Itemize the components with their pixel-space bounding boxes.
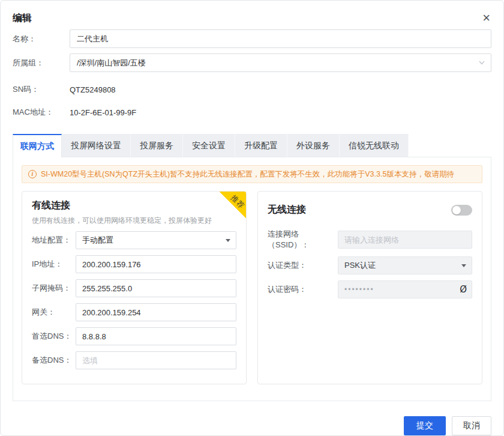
name-label: 名称： [13, 34, 70, 44]
ssid-row: 连接网络（SSID）： [268, 229, 472, 250]
network-mode-panel: i SI-WM20型号主机(SN为QTZ开头主机)暂不支持此无线连接配置，配置下… [13, 157, 491, 401]
auth-type-select[interactable] [338, 256, 472, 274]
password-label: 认证密码： [268, 284, 338, 295]
auth-type-label: 认证类型： [268, 260, 338, 271]
auth-type-row: 认证类型： [268, 256, 472, 274]
caret-down-icon [461, 264, 466, 267]
name-input[interactable] [70, 29, 491, 48]
password-input[interactable] [338, 280, 472, 298]
tab-network-mode[interactable]: 联网方式 [13, 134, 62, 157]
mac-label: MAC地址： [13, 107, 70, 118]
recommended-ribbon: 推荐 [220, 192, 246, 218]
eye-off-icon[interactable]: Ø [460, 284, 467, 295]
ip-label: IP地址： [32, 259, 76, 270]
addr-mode-select[interactable] [76, 231, 236, 249]
sn-field-row: SN码： QTZ5249808 [13, 78, 491, 101]
group-label: 所属组： [13, 58, 70, 68]
cancel-button[interactable]: 取消 [452, 416, 491, 435]
ip-input[interactable] [76, 255, 236, 273]
tab-peripheral-service[interactable]: 外设服务 [287, 134, 340, 157]
subnet-mask-input[interactable] [76, 279, 236, 297]
group-select[interactable] [70, 53, 491, 72]
gateway-input[interactable] [76, 303, 236, 321]
addr-mode-select-value[interactable] [76, 231, 236, 249]
settings-tabs: 联网方式 投屏网络设置 投屏服务 安全设置 升级配置 外设服务 信锐无线联动 [13, 134, 491, 157]
connection-panels: 推荐 有线连接 使用有线连接，可以使用网络环境更稳定，投屏体验更好 地址配置： … [22, 191, 482, 384]
tab-cast-service[interactable]: 投屏服务 [131, 134, 183, 157]
tab-security-settings[interactable]: 安全设置 [183, 134, 235, 157]
primary-dns-input[interactable] [76, 327, 236, 345]
ssid-input[interactable] [338, 231, 472, 249]
wired-title: 有线连接 [32, 199, 236, 212]
tab-sundray-wireless-linkage[interactable]: 信锐无线联动 [340, 134, 409, 157]
secondary-dns-input[interactable] [76, 351, 236, 369]
warning-banner-text: SI-WM20型号主机(SN为QTZ开头主机)暂不支持此无线连接配置，配置下发将… [41, 169, 454, 180]
mask-label: 子网掩码： [32, 283, 76, 294]
group-select-value[interactable] [70, 53, 491, 72]
dns2-label: 备选DNS： [32, 355, 76, 366]
auth-type-select-value[interactable] [338, 256, 472, 274]
chevron-down-icon [478, 59, 485, 66]
password-row: 认证密码： Ø [268, 280, 472, 298]
addr-mode-label: 地址配置： [32, 235, 76, 246]
sn-label: SN码： [13, 84, 70, 95]
tab-cast-network-settings[interactable]: 投屏网络设置 [62, 134, 131, 157]
gateway-label: 网关： [32, 307, 76, 318]
addr-mode-row: 地址配置： [32, 231, 236, 249]
wireless-toggle-knob [452, 206, 461, 214]
mask-row: 子网掩码： [32, 279, 236, 297]
caret-down-icon [226, 239, 230, 242]
wireless-title: 无线连接 [268, 204, 306, 216]
warning-banner: i SI-WM20型号主机(SN为QTZ开头主机)暂不支持此无线连接配置，配置下… [22, 165, 482, 183]
ip-row: IP地址： [32, 255, 236, 273]
wireless-connection-card: 无线连接 连接网络（SSID）： 认证类型： [257, 191, 482, 384]
dialog-title: 编辑 [13, 12, 32, 25]
dns1-label: 首选DNS： [32, 331, 76, 342]
dialog-header: 编辑 × [1, 1, 503, 27]
wired-subtitle: 使用有线连接，可以使用网络环境更稳定，投屏体验更好 [32, 216, 236, 226]
dns1-row: 首选DNS： [32, 327, 236, 345]
gateway-row: 网关： [32, 303, 236, 321]
dns2-row: 备选DNS： [32, 351, 236, 369]
group-field-row: 所属组： [13, 53, 491, 72]
close-icon[interactable]: × [482, 12, 490, 24]
sn-value: QTZ5249808 [70, 85, 116, 94]
tab-upgrade-config[interactable]: 升级配置 [235, 134, 287, 157]
wireless-header: 无线连接 [268, 204, 472, 216]
wireless-toggle[interactable] [451, 205, 472, 216]
wired-connection-card: 推荐 有线连接 使用有线连接，可以使用网络环境更稳定，投屏体验更好 地址配置： … [22, 191, 247, 384]
mac-field-row: MAC地址： 10-2F-6E-01-99-9F [13, 101, 491, 124]
info-circle-icon: i [28, 170, 37, 178]
ssid-label: 连接网络（SSID）： [268, 229, 338, 250]
mac-value: 10-2F-6E-01-99-9F [70, 108, 136, 117]
name-field-row: 名称： [13, 29, 491, 48]
edit-device-dialog: 编辑 × 名称： 所属组： SN码： QTZ5249808 MAC地址： 10-… [0, 0, 504, 436]
submit-button[interactable]: 提交 [404, 416, 446, 435]
recommended-ribbon-label: 推荐 [229, 193, 247, 211]
dialog-footer: 提交 取消 [13, 416, 491, 435]
